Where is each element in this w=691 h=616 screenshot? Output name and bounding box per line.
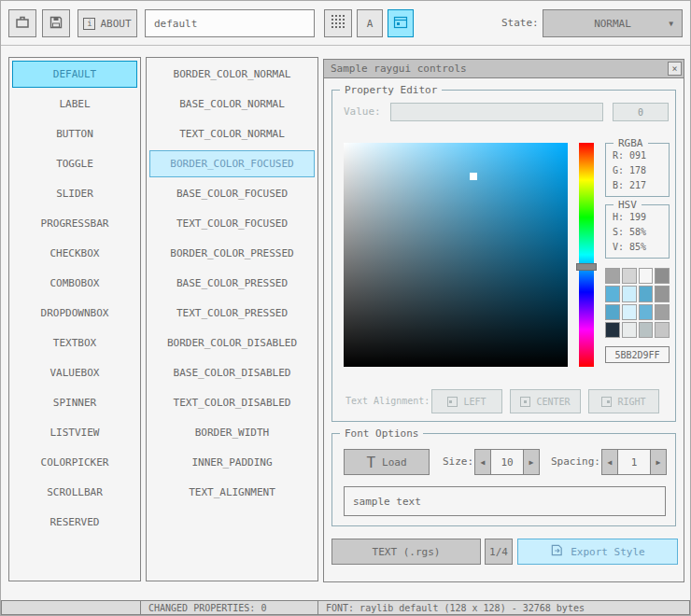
- color-swatch[interactable]: [655, 304, 670, 320]
- hue-slider[interactable]: [579, 143, 594, 367]
- hue-slider-handle[interactable]: [576, 263, 597, 271]
- control-list-item-label: LABEL: [59, 98, 90, 110]
- color-swatch[interactable]: [655, 268, 670, 284]
- hex-color-value: 5BB2D9FF: [605, 346, 670, 363]
- load-style-button[interactable]: [8, 9, 36, 37]
- align-right-button[interactable]: RIGHT: [588, 389, 659, 413]
- color-swatch[interactable]: [639, 304, 654, 320]
- property-list-item[interactable]: TEXT_COLOR_NORMAL: [149, 120, 315, 147]
- control-list-item-label: RESERVED: [50, 516, 100, 528]
- property-list-item[interactable]: TEXT_ALIGNMENT: [149, 479, 315, 506]
- property-list-item[interactable]: BORDER_COLOR_FOCUSED: [149, 150, 315, 177]
- color-swatch[interactable]: [605, 268, 620, 284]
- export-text-rgs-button[interactable]: TEXT (.rgs): [331, 539, 481, 565]
- property-list-item[interactable]: BORDER_COLOR_PRESSED: [149, 240, 315, 267]
- property-list-item-label: BORDER_COLOR_DISABLED: [167, 337, 297, 349]
- property-list-item[interactable]: INNER_PADDING: [149, 449, 315, 476]
- color-swatch[interactable]: [622, 304, 637, 320]
- panel-titlebar[interactable]: Sample raygui controls ×: [324, 60, 684, 78]
- font-editor-button[interactable]: A: [357, 9, 383, 37]
- control-list-item[interactable]: TEXTBOX: [12, 329, 137, 357]
- value-input[interactable]: [390, 103, 603, 121]
- control-list-item[interactable]: SCROLLBAR: [12, 479, 137, 506]
- control-list-item[interactable]: DROPDOWNBOX: [12, 300, 137, 327]
- control-list-item[interactable]: SPINNER: [12, 389, 137, 416]
- control-list-item[interactable]: RESERVED: [12, 509, 137, 536]
- value-label: Value:: [344, 105, 381, 118]
- property-list-item[interactable]: BASE_COLOR_FOCUSED: [149, 180, 315, 207]
- size-decrement-button[interactable]: ◀: [474, 449, 491, 475]
- control-list-item[interactable]: TOGGLE: [12, 150, 137, 177]
- info-icon: i: [83, 18, 95, 30]
- font-load-button[interactable]: T Load: [344, 449, 430, 475]
- style-name-input[interactable]: [145, 9, 315, 37]
- style-editor-button[interactable]: [388, 9, 414, 37]
- panel-title: Sample raygui controls: [331, 63, 467, 75]
- state-dropdown[interactable]: NORMAL ▼: [543, 9, 683, 37]
- size-value[interactable]: 10: [490, 449, 524, 475]
- color-swatch[interactable]: [622, 322, 637, 338]
- color-saturation-value-panel[interactable]: [344, 143, 568, 367]
- control-list-item[interactable]: COLORPICKER: [12, 449, 137, 476]
- export-text-rgs-label: TEXT (.rgs): [373, 546, 441, 558]
- control-list-item-label: SCROLLBAR: [47, 486, 103, 498]
- spacing-increment-button[interactable]: ▶: [650, 449, 667, 475]
- export-format-page-button[interactable]: 1/4: [485, 539, 513, 565]
- control-list-item[interactable]: CHECKBOX: [12, 240, 137, 267]
- about-button-label: ABOUT: [100, 18, 131, 30]
- control-list-item[interactable]: DEFAULT: [12, 61, 137, 88]
- color-swatch[interactable]: [639, 286, 654, 301]
- align-center-button[interactable]: CENTER: [510, 389, 581, 413]
- property-list-item[interactable]: BASE_COLOR_DISABLED: [149, 359, 315, 386]
- control-list-item-label: COLORPICKER: [41, 456, 109, 469]
- property-list-item-label: TEXT_COLOR_PRESSED: [176, 307, 288, 319]
- align-right-label: RIGHT: [617, 397, 645, 407]
- color-swatch[interactable]: [605, 304, 620, 320]
- property-list-item[interactable]: BASE_COLOR_PRESSED: [149, 270, 315, 297]
- control-list-item-label: CHECKBOX: [50, 247, 100, 259]
- color-swatch[interactable]: [605, 286, 620, 301]
- sample-text-input[interactable]: [344, 486, 666, 516]
- color-swatch[interactable]: [622, 268, 637, 284]
- control-list-item[interactable]: COMBOBOX: [12, 270, 137, 297]
- color-swatch[interactable]: [639, 322, 654, 338]
- align-center-icon: [520, 397, 530, 407]
- size-spinner: ◀ 10 ▶: [474, 449, 540, 475]
- close-icon[interactable]: ×: [668, 62, 682, 76]
- chevron-down-icon: ▼: [669, 20, 673, 28]
- sample-controls-panel: Sample raygui controls × Property Editor…: [323, 59, 684, 582]
- export-style-label: Export Style: [571, 546, 644, 558]
- align-left-button[interactable]: LEFT: [431, 389, 502, 413]
- about-button[interactable]: i ABOUT: [78, 9, 137, 37]
- control-list-item[interactable]: PROGRESSBAR: [12, 210, 137, 237]
- size-increment-button[interactable]: ▶: [523, 449, 540, 475]
- value-box[interactable]: 0: [613, 103, 669, 121]
- property-list-item[interactable]: BORDER_COLOR_NORMAL: [149, 61, 315, 88]
- property-list-item[interactable]: TEXT_COLOR_FOCUSED: [149, 210, 315, 237]
- control-list-item[interactable]: VALUEBOX: [12, 359, 137, 386]
- export-style-button[interactable]: Export Style: [517, 539, 678, 565]
- color-swatch[interactable]: [655, 286, 670, 301]
- save-style-button[interactable]: [42, 9, 70, 37]
- color-swatch[interactable]: [655, 322, 670, 338]
- color-picker-cursor[interactable]: [470, 173, 477, 180]
- color-swatch[interactable]: [605, 322, 620, 338]
- color-swatch[interactable]: [622, 286, 637, 301]
- property-list-item[interactable]: TEXT_COLOR_DISABLED: [149, 389, 315, 416]
- property-list-item[interactable]: BORDER_COLOR_DISABLED: [149, 329, 315, 357]
- color-swatch[interactable]: [639, 268, 654, 284]
- control-list-item[interactable]: LISTVIEW: [12, 419, 137, 446]
- property-list-item[interactable]: BORDER_WIDTH: [149, 419, 315, 446]
- spacing-decrement-button[interactable]: ◀: [601, 449, 618, 475]
- spacing-value[interactable]: 1: [617, 449, 651, 475]
- property-list-item-label: BORDER_COLOR_NORMAL: [174, 68, 291, 80]
- status-font-info: FONT: raylib default (128 x 128) - 32768…: [317, 600, 690, 615]
- property-list-item[interactable]: TEXT_COLOR_PRESSED: [149, 300, 315, 327]
- control-list-item[interactable]: BUTTON: [12, 120, 137, 147]
- control-list-item[interactable]: LABEL: [12, 91, 137, 118]
- state-label: State:: [501, 9, 539, 37]
- controls-table-button[interactable]: [324, 9, 352, 37]
- control-list-item[interactable]: SLIDER: [12, 180, 137, 207]
- hsv-group: HSV H: 199 S: 58% V: 85%: [605, 204, 670, 259]
- property-list-item[interactable]: BASE_COLOR_NORMAL: [149, 91, 315, 118]
